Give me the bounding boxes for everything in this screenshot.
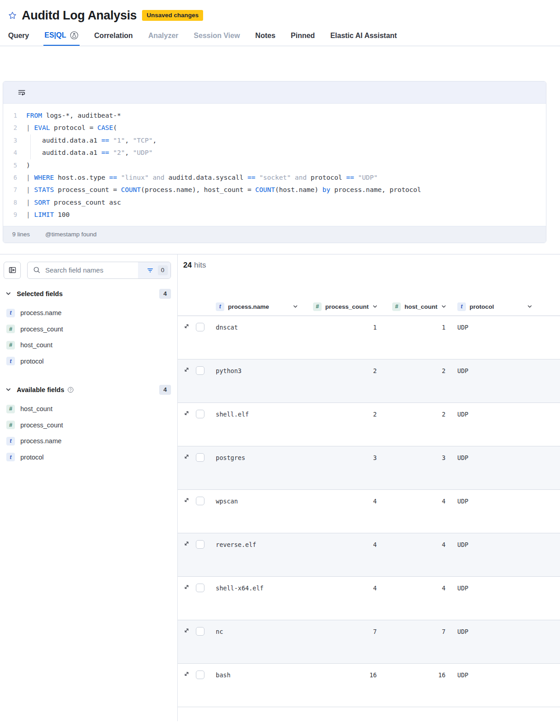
cell-host-count[interactable]: 4 [381,577,450,620]
cell-host-count[interactable]: 1 [381,316,450,359]
tab-pinned[interactable]: Pinned [290,27,316,46]
expand-row-icon [183,671,190,677]
tab-notes[interactable]: Notes [254,27,276,46]
expand-row-button[interactable] [183,366,190,373]
field-item-protocol[interactable]: tprotocol [4,353,171,369]
expand-row-button[interactable] [183,410,190,417]
cell-process-name[interactable]: wpscan [212,490,304,533]
column-header-process-name[interactable]: t process.name [212,302,304,311]
cell-process-name[interactable]: python3 [212,359,304,402]
cell-process-count[interactable]: 7 [304,620,381,663]
cell-process-name[interactable]: dnscat [212,316,304,359]
tab-elastic-ai-assistant[interactable]: Elastic AI Assistant [329,27,398,46]
cell-host-count[interactable]: 2 [381,359,450,402]
cell-process-count[interactable]: 4 [304,490,381,533]
cell-process-name[interactable]: reverse.elf [212,533,304,576]
row-checkbox[interactable] [196,584,204,592]
chevron-down-icon[interactable] [372,304,378,309]
field-item-process-name[interactable]: tprocess.name [4,433,171,450]
row-checkbox[interactable] [196,366,204,375]
field-item-host-count[interactable]: #host_count [4,401,171,417]
search-field-names-input[interactable] [41,266,138,274]
cell-process-count[interactable]: 2 [304,359,381,402]
expand-row-button[interactable] [183,540,190,547]
row-checkbox[interactable] [196,627,204,636]
row-checkbox[interactable] [196,540,204,549]
section-header-selected-fields[interactable]: Selected fields4 [4,289,171,299]
field-filter-button[interactable]: 0 [138,262,171,278]
page-title: Auditd Log Analysis [22,9,137,23]
tab-label: Correlation [94,32,133,40]
cell-process-count[interactable]: 4 [304,533,381,576]
cell-protocol[interactable]: UDP [450,359,543,402]
wrap-lines-icon[interactable] [18,88,26,96]
cell-protocol[interactable]: UDP [450,316,543,359]
column-header-process-count[interactable]: # process_count [304,302,381,311]
esql-query-code[interactable]: 1FROM logs-*, auditbeat-*2| EVAL protoco… [3,104,546,226]
cell-protocol[interactable]: UDP [450,577,543,620]
cell-process-count[interactable]: 3 [304,446,381,489]
cell-process-name[interactable]: bash [212,664,304,707]
row-checkbox[interactable] [196,410,204,418]
cell-host-count[interactable]: 2 [381,403,450,446]
field-name: protocol [20,454,44,461]
line-number: 9 [3,209,17,221]
cell-process-count[interactable]: 2 [304,403,381,446]
column-header-host-count[interactable]: # host_count [381,302,450,311]
field-item-process-count[interactable]: #process_count [4,321,171,337]
hits-label: hits [194,261,206,269]
chevron-down-icon[interactable] [441,304,446,309]
cell-protocol[interactable]: UDP [450,620,543,663]
expand-row-button[interactable] [183,453,190,460]
field-item-protocol[interactable]: tprotocol [4,449,171,465]
row-checkbox[interactable] [196,323,204,331]
cell-host-count[interactable]: 4 [381,533,450,576]
cell-process-name[interactable]: nc [212,620,304,663]
cell-process-count[interactable]: 1 [304,316,381,359]
section-title: Selected fields [17,290,63,297]
search-icon [33,266,41,274]
collapse-sidebar-button[interactable] [4,262,21,279]
expand-row-button[interactable] [183,584,190,590]
code-text: | EVAL protocol = CASE( [26,122,117,134]
expand-row-button[interactable] [183,497,190,503]
chevron-down-icon[interactable] [293,304,298,309]
chevron-down-icon[interactable] [527,304,532,309]
row-checkbox[interactable] [196,497,204,505]
code-text: | WHERE host.os.type == "linux" and audi… [26,172,378,184]
cell-protocol[interactable]: UDP [450,533,543,576]
cell-process-count[interactable]: 16 [304,664,381,707]
field-name: host_count [20,341,52,349]
column-header-protocol[interactable]: t protocol [450,302,543,311]
field-name: process_count [20,326,63,333]
row-checkbox[interactable] [196,671,204,679]
section-header-available-fields[interactable]: Available fields 4 [4,385,171,395]
line-number: 8 [3,196,17,209]
cell-host-count[interactable]: 16 [381,664,450,707]
cell-protocol[interactable]: UDP [450,446,543,489]
row-checkbox[interactable] [196,453,204,462]
cell-host-count[interactable]: 3 [381,446,450,489]
code-line: 4 auditd.data.a1 == "2", "UDP" [3,147,546,159]
cell-process-name[interactable]: shell-x64.elf [212,577,304,620]
cell-host-count[interactable]: 7 [381,620,450,663]
tab-es-ql[interactable]: ES|QL [43,26,80,46]
field-item-process-count[interactable]: #process_count [4,417,171,433]
tab-query[interactable]: Query [7,27,30,46]
cell-protocol[interactable]: UDP [450,403,543,446]
expand-row-button[interactable] [183,671,190,677]
cell-protocol[interactable]: UDP [450,664,543,707]
field-item-process-name[interactable]: tprocess.name [4,305,171,321]
table-row: reverse.elf44UDP [178,533,560,577]
field-item-host-count[interactable]: #host_count [4,337,171,354]
cell-process-name[interactable]: postgres [212,446,304,489]
tab-correlation[interactable]: Correlation [93,27,133,46]
cell-host-count[interactable]: 4 [381,490,450,533]
help-icon[interactable] [67,387,74,393]
expand-row-button[interactable] [183,627,190,634]
favorite-star-icon[interactable] [7,10,17,20]
cell-protocol[interactable]: UDP [450,490,543,533]
cell-process-name[interactable]: shell.elf [212,403,304,446]
expand-row-button[interactable] [183,323,190,330]
cell-process-count[interactable]: 4 [304,577,381,620]
